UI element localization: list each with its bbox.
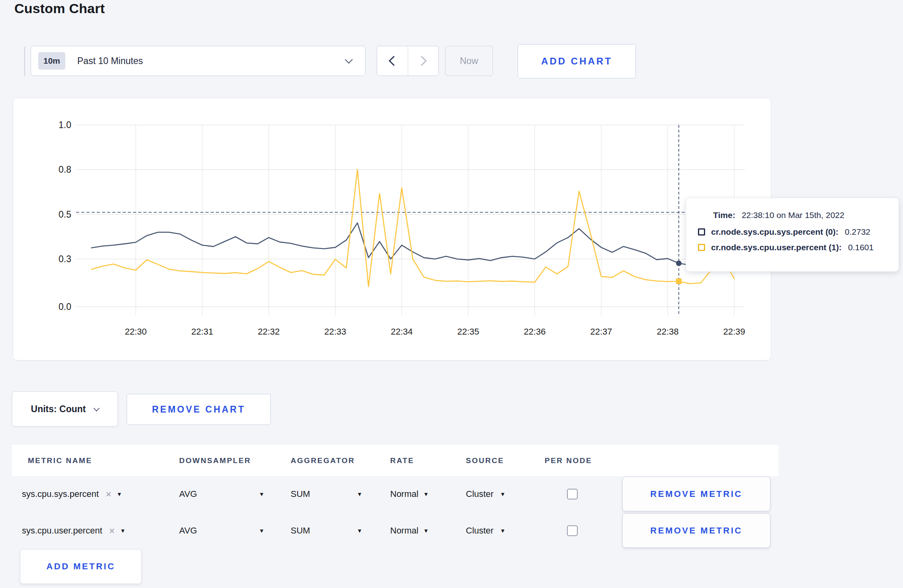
column-header-aggregator: AGGREGATOR [291, 456, 355, 465]
source-select[interactable]: Cluster ▼ [466, 489, 506, 499]
clear-metric-icon[interactable]: × [106, 489, 111, 499]
tooltip-time-row: Time:22:38:10 on Mar 15th, 2022 [713, 210, 899, 220]
series-swatch-user-icon [698, 244, 705, 251]
next-time-button[interactable] [408, 46, 439, 76]
time-range-dropdown[interactable]: 10m Past 10 Minutes [31, 46, 366, 76]
caret-down-icon: ▼ [117, 491, 122, 497]
time-range-badge: 10m [38, 52, 65, 70]
x-axis-tick-label: 22:31 [191, 327, 213, 337]
metrics-table-header: METRIC NAME DOWNSAMPLER AGGREGATOR RATE … [12, 445, 778, 476]
x-axis-tick-label: 22:39 [723, 327, 745, 337]
per-node-checkbox[interactable] [567, 489, 578, 500]
y-axis-tick-label: 0.5 [59, 209, 71, 220]
x-axis-tick-label: 22:36 [524, 327, 545, 337]
chevron-down-icon [94, 405, 100, 411]
downsampler-select[interactable]: AVG ▼ [179, 489, 264, 499]
tooltip-series-name: cr.node.sys.cpu.user.percent (1): [711, 243, 842, 252]
caret-down-icon: ▼ [357, 528, 362, 534]
chart-card: 0.00.30.50.81.022:3022:3122:3222:3322:34… [13, 98, 771, 360]
caret-down-icon: ▼ [120, 528, 125, 534]
now-button[interactable]: Now [445, 46, 493, 76]
rate-select[interactable]: Normal ▼ [390, 489, 429, 499]
chevron-down-icon [345, 56, 353, 64]
y-axis-tick-label: 1.0 [59, 120, 71, 130]
time-nav-group [377, 46, 439, 76]
source-value: Cluster [466, 526, 494, 536]
tooltip-series-row: cr.node.sys.cpu.sys.percent (0): 0.2732 [698, 227, 899, 237]
remove-metric-button[interactable]: REMOVE METRIC [622, 477, 770, 511]
downsampler-select[interactable]: AVG ▼ [179, 526, 264, 536]
tooltip-series-name: cr.node.sys.cpu.sys.percent (0): [711, 227, 838, 237]
y-axis-tick-label: 0.0 [59, 302, 71, 312]
series-line-cr.node.sys.cpu.user.percent [92, 169, 734, 287]
metric-row: sys.cpu.sys.percent × ▼ AVG ▼ SUM ▼ Norm… [12, 477, 778, 512]
add-chart-button[interactable]: ADD CHART [518, 44, 636, 78]
remove-chart-button[interactable]: REMOVE CHART [127, 394, 271, 425]
downsampler-value: AVG [179, 526, 197, 536]
x-axis-tick-label: 22:37 [590, 327, 612, 337]
chevron-left-icon [389, 56, 399, 66]
remove-metric-button[interactable]: REMOVE METRIC [622, 513, 770, 548]
units-dropdown[interactable]: Units: Count [12, 391, 118, 426]
aggregator-select[interactable]: SUM ▼ [291, 526, 362, 536]
source-select[interactable]: Cluster ▼ [466, 526, 506, 536]
x-axis-tick-label: 22:34 [391, 327, 412, 337]
chevron-right-icon [416, 56, 426, 66]
x-axis-tick-label: 22:33 [324, 327, 346, 337]
units-label: Units: Count [31, 404, 86, 415]
x-axis-tick-label: 22:38 [657, 327, 678, 337]
caret-down-icon: ▼ [423, 491, 429, 497]
tooltip-series-row: cr.node.sys.cpu.user.percent (1): 0.1601 [698, 243, 899, 252]
column-header-metric-name: METRIC NAME [28, 456, 92, 465]
y-axis-tick-label: 0.3 [59, 254, 71, 264]
aggregator-value: SUM [291, 526, 310, 536]
column-header-source: SOURCE [466, 456, 504, 465]
hover-point-cr.node.sys.cpu.user.percent [676, 278, 682, 284]
caret-down-icon: ▼ [357, 491, 362, 497]
column-header-rate: RATE [390, 456, 414, 465]
metric-name-select[interactable]: sys.cpu.sys.percent × ▼ [22, 489, 122, 499]
aggregator-select[interactable]: SUM ▼ [291, 489, 362, 499]
caret-down-icon: ▼ [500, 528, 506, 534]
source-value: Cluster [466, 489, 494, 499]
x-axis-tick-label: 22:32 [258, 327, 280, 337]
x-axis-tick-label: 22:30 [125, 327, 147, 337]
column-header-downsampler: DOWNSAMPLER [179, 456, 251, 465]
caret-down-icon: ▼ [500, 491, 506, 497]
add-metric-button[interactable]: ADD METRIC [20, 549, 142, 584]
tooltip-time-value: 22:38:10 on Mar 15th, 2022 [742, 210, 844, 220]
y-axis-tick-label: 0.8 [59, 164, 71, 175]
time-range-label: Past 10 Minutes [77, 56, 143, 66]
rate-select[interactable]: Normal ▼ [390, 526, 429, 536]
caret-down-icon: ▼ [259, 491, 264, 497]
per-node-checkbox[interactable] [567, 526, 578, 536]
aggregator-value: SUM [291, 489, 310, 499]
chart-svg[interactable]: 0.00.30.50.81.022:3022:3122:3222:3322:34… [13, 98, 771, 360]
metric-name-select[interactable]: sys.cpu.user.percent × ▼ [22, 526, 125, 536]
caret-down-icon: ▼ [423, 528, 429, 534]
x-axis-tick-label: 22:35 [457, 327, 479, 337]
tooltip-series-value: 0.1601 [848, 243, 874, 252]
chart-tooltip: Time:22:38:10 on Mar 15th, 2022 cr.node.… [686, 198, 899, 272]
page-title: Custom Chart [14, 1, 105, 16]
custom-chart-page: Custom Chart 10m Past 10 Minutes Now ADD… [0, 0, 903, 588]
hover-point-cr.node.sys.cpu.sys.percent [676, 261, 682, 266]
rate-value: Normal [390, 526, 418, 536]
column-header-per-node: PER NODE [545, 456, 592, 465]
rate-value: Normal [390, 489, 418, 499]
toolbar-divider [24, 47, 25, 76]
metric-name-value: sys.cpu.sys.percent [22, 489, 99, 499]
downsampler-value: AVG [179, 489, 197, 499]
caret-down-icon: ▼ [259, 528, 264, 534]
clear-metric-icon[interactable]: × [109, 526, 115, 536]
series-swatch-sys-icon [698, 228, 705, 236]
metric-name-value: sys.cpu.user.percent [22, 526, 102, 536]
tooltip-time-label: Time: [713, 210, 735, 220]
prev-time-button[interactable] [377, 46, 408, 76]
metric-row: sys.cpu.user.percent × ▼ AVG ▼ SUM ▼ Nor… [12, 513, 778, 548]
tooltip-series-value: 0.2732 [845, 227, 870, 237]
